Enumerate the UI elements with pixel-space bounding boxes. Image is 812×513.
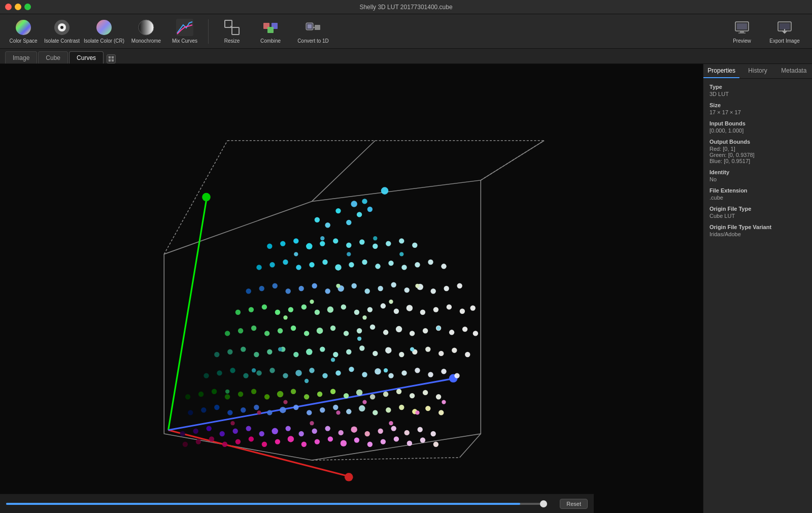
svg-point-67 [233,429,238,434]
svg-point-46 [222,442,227,447]
output-bounds-red: Red: [0, 1] [709,146,806,152]
svg-point-123 [204,373,209,378]
tab-history[interactable]: History [739,64,775,78]
origin-type-value: Cube LUT [709,213,806,219]
tab-curves[interactable]: Curves [69,51,104,63]
view-mode-icon[interactable] [107,54,116,63]
minimize-button[interactable] [15,4,21,10]
properties-content: Type 3D LUT Size 17 × 17 × 17 Input Boun… [703,79,812,513]
svg-point-121 [423,390,428,395]
svg-point-85 [214,405,219,410]
svg-point-211 [365,288,370,294]
3d-view[interactable]: Reset [0,64,703,513]
svg-point-182 [473,331,478,336]
color-space-label: Color Space [9,38,37,44]
isolate-contrast-button[interactable]: Isolate Contrast [44,16,80,47]
svg-point-107 [238,392,243,397]
svg-point-227 [362,260,367,265]
svg-point-253 [367,207,373,212]
svg-point-144 [227,349,232,355]
svg-line-35 [312,458,460,460]
svg-point-118 [383,392,388,397]
resize-button[interactable]: Resize [214,16,250,47]
svg-point-210 [352,283,357,288]
svg-point-111 [291,389,296,394]
svg-point-119 [396,389,401,394]
svg-point-149 [293,352,298,357]
svg-point-147 [267,349,272,355]
svg-point-247 [351,201,357,207]
svg-point-225 [335,264,341,270]
mix-curves-label: Mix Curves [172,38,197,44]
export-image-button[interactable]: Export Image [762,16,807,47]
svg-point-268 [389,300,393,304]
svg-point-93 [320,407,325,412]
main-area: Reset Properties History Metadata Type 3… [0,64,812,513]
svg-point-232 [428,260,433,265]
color-space-button[interactable]: Color Space [5,16,42,47]
svg-point-74 [325,426,330,431]
svg-point-86 [227,410,232,415]
tab-properties[interactable]: Properties [703,64,739,78]
slider-thumb[interactable] [540,500,547,507]
svg-point-45 [209,436,214,441]
toolbar-separator-1 [208,19,209,44]
combine-button[interactable]: Combine [252,16,289,47]
close-button[interactable] [5,4,12,10]
svg-point-230 [401,265,407,270]
export-image-label: Export Image [769,38,799,44]
svg-point-141 [441,369,446,374]
svg-point-222 [296,265,301,270]
svg-point-83 [188,410,193,415]
reset-button[interactable]: Reset [560,499,588,509]
svg-point-87 [241,407,246,412]
file-extension-row: File Extension .cube [709,187,806,201]
size-row: Size 17 × 17 × 17 [709,102,806,115]
tab-metadata[interactable]: Metadata [776,64,812,78]
svg-rect-19 [740,31,744,33]
svg-point-221 [283,260,288,265]
svg-rect-14 [308,24,312,28]
svg-point-55 [341,440,347,446]
svg-point-248 [335,208,341,213]
isolate-contrast-label: Isolate Contrast [44,38,80,44]
svg-point-191 [341,304,346,309]
mix-curves-button[interactable]: Mix Curves [166,16,203,47]
isolate-color-cr-label: Isolate Color (CR) [84,38,124,44]
svg-point-94 [333,405,338,410]
svg-point-82 [431,431,436,436]
svg-point-189 [315,310,320,315]
svg-point-196 [407,305,413,311]
svg-point-174 [370,325,375,330]
maximize-button[interactable] [24,4,31,10]
svg-point-274 [399,252,403,256]
bottom-bar: Reset [0,494,594,513]
svg-rect-25 [112,56,114,58]
svg-point-197 [420,310,425,315]
svg-point-269 [415,284,419,288]
properties-panel: Properties History Metadata Type 3D LUT … [703,64,812,513]
svg-point-243 [386,241,391,246]
svg-point-181 [462,327,467,332]
convert-1d-button[interactable]: Convert to 1D [291,16,335,47]
slider-track[interactable] [6,503,547,505]
3d-visualization [0,64,703,513]
svg-point-156 [385,347,391,353]
input-bounds-row: Input Bounds [0.000, 1.000] [709,120,806,134]
monochrome-button[interactable]: Monochrome [128,16,164,47]
tab-image[interactable]: Image [5,51,37,63]
tab-cube[interactable]: Cube [38,51,68,63]
origin-variant-row: Origin File Type Variant Iridas/Adobe [709,224,806,237]
identity-row: Identity No [709,169,806,182]
svg-point-76 [351,426,357,432]
preview-button[interactable]: Preview [724,16,760,47]
svg-point-216 [431,288,436,294]
svg-point-161 [452,347,457,352]
convert-1d-label: Convert to 1D [297,38,329,44]
isolate-color-cr-button[interactable]: Isolate Color (CR) [82,16,126,47]
input-bounds-value: [0.000, 1.000] [709,127,806,134]
input-bounds-label: Input Bounds [709,120,806,126]
svg-point-77 [365,431,370,436]
svg-point-60 [407,441,412,446]
svg-point-71 [286,426,291,431]
